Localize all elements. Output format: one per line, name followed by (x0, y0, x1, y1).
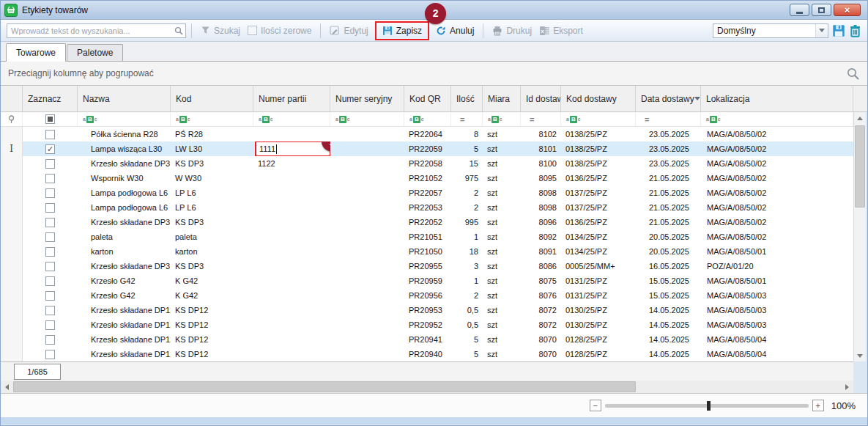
row-checkbox[interactable] (45, 159, 55, 169)
filter-cell-ind[interactable] (1, 112, 23, 126)
column-header-kod[interactable]: Kod (171, 86, 253, 111)
row-checkbox[interactable] (45, 232, 55, 242)
table-row[interactable]: Krzesło składane DP12KS DP12PR209520,5sz… (1, 317, 853, 332)
table-row[interactable]: Krzesło składane DP3KS DP3PR209553szt808… (1, 259, 853, 273)
vertical-scroll-thumb[interactable] (855, 125, 865, 208)
table-row[interactable]: I✓Lampa wisząca L30LW L3011111PR220595sz… (1, 142, 853, 156)
row-checkbox[interactable] (45, 350, 55, 359)
row-checkbox[interactable] (45, 335, 55, 345)
row-checkbox[interactable] (45, 306, 55, 315)
row-checkbox[interactable] (45, 218, 55, 227)
column-header-kod_dostawy[interactable]: Kod dostawy (561, 86, 636, 111)
search-box[interactable] (7, 23, 186, 38)
drukuj-button[interactable]: Drukuj (489, 23, 535, 38)
column-header-data[interactable]: Data dostawy (636, 86, 701, 111)
filter-cell-seryjny[interactable]: aBc (330, 112, 404, 126)
search-icon[interactable] (172, 26, 185, 35)
filter-cell-kod[interactable]: aBc (171, 112, 253, 126)
eksport-button[interactable]: x Eksport (535, 23, 587, 38)
layout-dropdown[interactable]: Domyślny (713, 23, 828, 38)
filter-cell-ilosc[interactable]: = (451, 112, 483, 126)
cell-partia (253, 200, 330, 215)
column-header-qr[interactable]: Kod QR (404, 86, 451, 111)
row-checkbox[interactable] (45, 174, 55, 183)
cell-lokalizacja: MAG/A/08/50/03 (701, 288, 853, 303)
cell-kod_dostawy: 0138/25/PZ (561, 142, 636, 156)
maximize-button[interactable] (812, 4, 831, 16)
select-all-checkbox[interactable] (45, 114, 55, 124)
table-row[interactable]: Lampa podłogowa L6LP L6PR220572szt809801… (1, 186, 853, 200)
filter-cell-miara[interactable]: aBc (483, 112, 521, 126)
grid-filter-row: aBcaBcaBcaBcaBc=aBc=aBc=aBc (1, 112, 853, 127)
minimize-button[interactable] (790, 4, 809, 16)
table-row[interactable]: Krzesło G42K G42PR209591szt80750131/25/P… (1, 273, 853, 288)
row-checkbox[interactable] (45, 291, 55, 301)
column-header-check[interactable]: Zaznacz (23, 86, 78, 111)
horizontal-scrollbar[interactable] (1, 381, 853, 393)
filter-cell-nazwa[interactable]: aBc (78, 112, 171, 126)
ilosci-zerowe-checkbox[interactable]: Ilości zerowe (244, 23, 315, 38)
batch-number-editor[interactable]: 11111 (255, 142, 330, 156)
column-header-ilosc[interactable]: Ilość (451, 86, 483, 111)
column-header-nazwa[interactable]: Nazwa (78, 86, 171, 111)
table-row[interactable]: paletapaletaPR210511szt80920134/25/PZ20.… (1, 229, 853, 244)
close-button[interactable]: × (834, 4, 861, 16)
row-checkbox[interactable]: ✓ (45, 144, 55, 154)
scroll-down-icon[interactable] (854, 350, 866, 361)
filter-cell-check[interactable] (23, 112, 78, 126)
scroll-up-icon[interactable] (854, 112, 866, 124)
table-row[interactable]: Krzesło składane DP12KS DP12PR209405szt8… (1, 347, 853, 361)
filter-cell-lokalizacja[interactable]: aBc (701, 112, 853, 126)
scroll-left-icon[interactable] (1, 381, 13, 393)
zapisz-button[interactable]: Zapisz (379, 23, 426, 38)
anuluj-button[interactable]: Anuluj (432, 23, 478, 38)
column-header-partia[interactable]: Numer partii (253, 86, 330, 111)
column-header-ind[interactable] (1, 86, 23, 111)
row-checkbox[interactable] (45, 188, 55, 198)
column-header-lokalizacja[interactable]: Lokalizacja (701, 86, 853, 111)
search-input[interactable] (7, 26, 172, 35)
cell-check (23, 332, 78, 347)
grid-search-icon[interactable] (846, 67, 860, 81)
table-row[interactable]: kartonkartonPR2105018szt80910134/25/PZ20… (1, 244, 853, 259)
edytuj-button[interactable]: Edytuj (326, 23, 371, 38)
table-row[interactable]: Krzesło składane DP12KS DP12PR209530,5sz… (1, 303, 853, 317)
filter-cell-partia[interactable]: aBc (253, 112, 330, 126)
row-checkbox[interactable] (45, 262, 55, 271)
filter-cell-data[interactable]: = (636, 112, 701, 126)
table-row[interactable]: Półka ścienna R28PŚ R28PR220648szt810201… (1, 127, 853, 142)
zoom-slider-handle[interactable] (707, 401, 711, 411)
zapisz-highlight-box: Zapisz 2 (375, 21, 429, 40)
scroll-right-icon[interactable] (841, 381, 853, 393)
chevron-down-icon[interactable] (815, 24, 828, 37)
zoom-in-button[interactable]: + (812, 400, 824, 411)
zoom-slider[interactable] (605, 404, 809, 408)
zoom-out-button[interactable]: − (590, 400, 601, 411)
table-row[interactable]: Krzesło składane DP12KS DP12PR209415szt8… (1, 332, 853, 347)
filter-cell-qr[interactable]: aBc (404, 112, 451, 126)
szukaj-button[interactable]: Szukaj (197, 23, 244, 38)
row-checkbox[interactable] (45, 276, 55, 286)
horizontal-scroll-thumb[interactable] (13, 381, 636, 392)
filter-cell-kod_dostawy[interactable]: aBc (561, 112, 636, 126)
column-header-seryjny[interactable]: Numer seryjny (330, 86, 404, 111)
row-checkbox[interactable] (45, 320, 55, 330)
cell-miara: szt (483, 200, 521, 215)
table-row[interactable]: Krzesło G42K G42PR209562szt80760131/25/P… (1, 288, 853, 303)
trash-icon[interactable] (849, 24, 861, 37)
tab-towarowe[interactable]: Towarowe (6, 43, 66, 62)
table-row[interactable]: Krzesło składane DP3KS DP3PR22052995szt8… (1, 215, 853, 229)
row-checkbox[interactable] (45, 247, 55, 257)
table-row[interactable]: Wspornik W30W W30PR21052975szt80950136/2… (1, 171, 853, 186)
table-row[interactable]: Krzesło składane DP3KS DP31122PR2205815s… (1, 156, 853, 171)
save-layout-icon[interactable] (832, 24, 845, 37)
table-row[interactable]: Lampa podłogowa L6LP L6PR220532szt809801… (1, 200, 853, 215)
column-header-miara[interactable]: Miara (483, 86, 521, 111)
vertical-scrollbar[interactable] (853, 112, 866, 361)
group-by-panel[interactable]: Przeciągnij kolumnę aby pogrupować (1, 62, 867, 86)
tab-paletowe[interactable]: Paletowe (67, 44, 123, 61)
column-header-id_dostawy[interactable]: Id dostawy (521, 86, 561, 111)
row-checkbox[interactable] (45, 130, 55, 139)
row-checkbox[interactable] (45, 203, 55, 213)
filter-cell-id_dostawy[interactable]: = (521, 112, 561, 126)
